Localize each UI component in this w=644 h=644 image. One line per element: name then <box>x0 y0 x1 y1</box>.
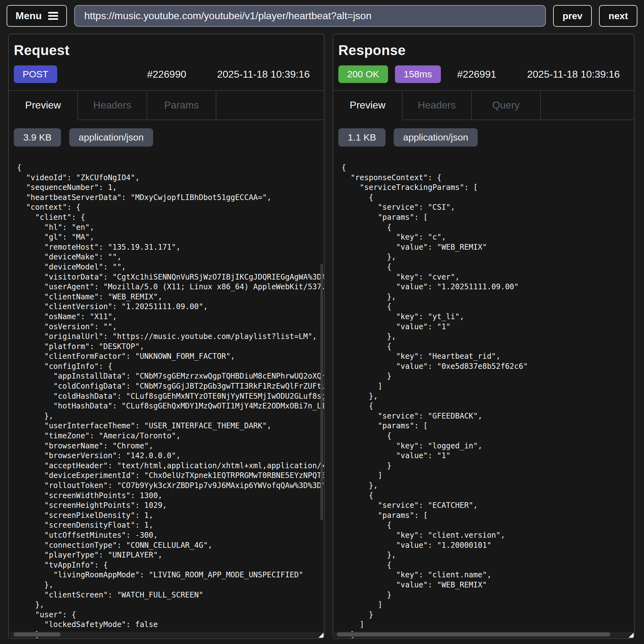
request-vertical-scrollbar[interactable] <box>320 264 323 520</box>
next-button[interactable]: next <box>599 5 637 27</box>
request-tabs-filler <box>216 91 324 120</box>
toolbar: Menu prev next <box>7 5 637 27</box>
response-body-info: 1.1 KB application/json <box>338 128 634 147</box>
request-meta-row: POST #226990 2025-11-18 10:39:16 <box>14 65 310 83</box>
response-horizontal-scrollbar-thumb[interactable] <box>337 632 610 636</box>
response-horizontal-scrollbar-track[interactable] <box>334 632 633 637</box>
request-content-type-badge: application/json <box>69 128 153 147</box>
request-tab-headers[interactable]: Headers <box>78 91 147 120</box>
url-input[interactable] <box>74 5 546 27</box>
request-horizontal-scrollbar-track[interactable] <box>10 632 323 637</box>
response-panel-title: Response <box>338 42 634 58</box>
menu-button-label: Menu <box>15 10 42 22</box>
request-method-badge: POST <box>14 65 57 83</box>
prev-button[interactable]: prev <box>553 5 592 27</box>
request-resize-grip[interactable] <box>319 633 324 638</box>
request-panel-title: Request <box>14 42 324 58</box>
response-content-type-badge: application/json <box>394 128 478 147</box>
request-timestamp: 2025-11-18 10:39:16 <box>217 69 310 80</box>
response-tab-preview[interactable]: Preview <box>333 91 403 120</box>
request-id: #226990 <box>147 69 186 80</box>
response-resize-grip[interactable] <box>629 633 634 638</box>
request-size-badge: 3.9 KB <box>14 128 61 147</box>
request-tabs: Preview Headers Params <box>9 90 324 120</box>
response-timestamp: 2025-11-18 10:39:16 <box>527 69 620 80</box>
request-json-body: { "videoId": "ZkCUfoNgIO4", "sequenceNum… <box>17 163 324 638</box>
response-tabs: Preview Headers Query <box>333 90 634 120</box>
request-horizontal-scrollbar-thumb[interactable] <box>14 632 61 636</box>
response-duration-badge: 158ms <box>395 65 441 83</box>
request-body-info: 3.9 KB application/json <box>14 128 324 147</box>
response-panel: Response 200 OK 158ms #226991 2025-11-18… <box>333 34 635 639</box>
panels-container: Request POST #226990 2025-11-18 10:39:16… <box>8 34 635 639</box>
response-id: #226991 <box>457 69 497 80</box>
request-content: 3.9 KB application/json { "videoId": "Zk… <box>9 120 324 638</box>
request-tab-preview[interactable]: Preview <box>9 91 78 120</box>
response-tab-query[interactable]: Query <box>472 91 541 120</box>
response-json-body: { "responseContext": { "serviceTrackingP… <box>341 163 634 638</box>
response-meta-row: 200 OK 158ms #226991 2025-11-18 10:39:16 <box>338 65 620 83</box>
response-content: 1.1 KB application/json { "responseConte… <box>333 120 634 638</box>
request-panel: Request POST #226990 2025-11-18 10:39:16… <box>8 34 325 639</box>
response-tab-headers[interactable]: Headers <box>403 91 472 120</box>
request-tab-params[interactable]: Params <box>147 91 216 120</box>
response-tabs-filler <box>541 91 634 120</box>
hamburger-icon <box>48 12 58 20</box>
response-status-badge: 200 OK <box>338 65 388 83</box>
response-size-badge: 1.1 KB <box>338 128 386 147</box>
menu-button[interactable]: Menu <box>7 5 67 27</box>
